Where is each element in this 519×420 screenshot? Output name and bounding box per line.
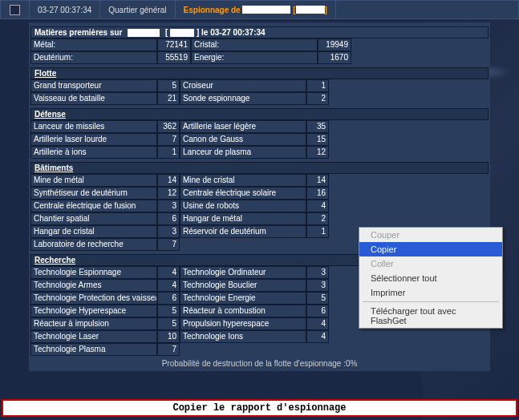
item-value: 7: [157, 238, 180, 251]
energy-value: 1670: [318, 51, 351, 64]
item-label: Technologie Protection des vaisseaux spa…: [30, 292, 157, 305]
redacted-planet: [128, 29, 160, 37]
item-label: Technologie Hyperespace: [30, 305, 157, 317]
item-label: Technologie Ordinateur: [180, 266, 306, 279]
data-row: Chantier spatial6Hangar de métal2: [30, 212, 489, 225]
data-row: Mine de métal14Mine de cristal14: [30, 174, 489, 187]
ctx-paste: Coller: [359, 256, 502, 271]
data-row: Technologie Laser10Technologie Ions4: [30, 330, 489, 343]
redacted-player: [242, 6, 290, 14]
data-row: Artillerie à ions1Lanceur de plasma12: [30, 146, 489, 159]
item-label: Lanceur de missiles: [30, 120, 157, 133]
destruction-probability: Probabilité de destruction de la flotte …: [30, 356, 489, 370]
crystal-label: Cristal:: [191, 38, 318, 51]
item-label: Technologie Espionnage: [30, 266, 157, 279]
ctx-copy[interactable]: Copier: [359, 242, 502, 256]
item-label: Lanceur de plasma: [180, 146, 306, 159]
select-checkbox-cell[interactable]: [1, 1, 30, 18]
item-label: Usine de robots: [180, 200, 306, 212]
item-label: Propulsion hyperespace: [180, 317, 306, 330]
item-label: Mine de métal: [30, 174, 157, 187]
item-label: Centrale électrique solaire: [180, 187, 306, 200]
item-value: 21: [157, 92, 180, 105]
section-fleet: Flotte: [30, 67, 489, 79]
item-value: 4: [306, 200, 329, 212]
redacted-coords: [296, 6, 325, 14]
item-label: Technologie Bouclier: [180, 279, 306, 292]
item-value: 7: [157, 133, 180, 146]
item-label: Artillerie laser lourde: [30, 133, 157, 146]
item-label: Vaisseau de bataille: [30, 92, 157, 105]
item-value: 1: [306, 79, 329, 92]
deut-label: Deutérium:: [30, 51, 157, 64]
item-value: 362: [157, 120, 180, 133]
item-value: 4: [306, 330, 329, 343]
item-label: Grand transporteur: [30, 79, 157, 92]
item-value: 1: [157, 146, 180, 159]
deut-value: 55519: [157, 51, 191, 64]
item-label: Hangar de métal: [180, 212, 306, 225]
report-header: Matières premières sur [ ] le 03-27 00:3…: [30, 26, 489, 38]
item-value: 2: [306, 212, 329, 225]
energy-label: Energie:: [191, 51, 318, 64]
item-label: Synthétiseur de deutérium: [30, 187, 157, 200]
item-value: 6: [157, 212, 180, 225]
item-label: Artillerie laser légère: [180, 120, 306, 133]
item-label: Technologie Ions: [180, 330, 306, 343]
section-defense: Défense: [30, 108, 489, 120]
item-label: Réacteur à impulsion: [30, 317, 157, 330]
item-value: 12: [157, 187, 180, 200]
checkbox-icon[interactable]: [10, 5, 20, 15]
item-label: Technologie Plasma: [30, 343, 157, 356]
item-label: Hangar de cristal: [30, 225, 157, 238]
item-value: 2: [306, 92, 329, 105]
item-value: 6: [157, 292, 180, 305]
crystal-value: 19949: [318, 38, 351, 51]
item-value: 6: [306, 305, 329, 317]
location-label: Quartier général: [100, 1, 175, 18]
section-buildings: Bâtiments: [30, 162, 489, 174]
ctx-select-all[interactable]: Sélectionner tout: [359, 271, 502, 285]
item-value: 12: [306, 146, 329, 159]
item-value: 15: [306, 133, 329, 146]
ctx-print[interactable]: Imprimer: [359, 285, 502, 300]
item-value: 35: [306, 120, 329, 133]
ctx-cut: Couper: [359, 228, 502, 242]
item-value: 14: [157, 174, 180, 187]
item-label: Technologie Armes: [30, 279, 157, 292]
spy-title: Espionnage de [ ]: [176, 1, 336, 18]
item-label: Centrale électrique de fusion: [30, 200, 157, 212]
data-row: Grand transporteur5Croiseur1: [30, 79, 489, 92]
item-label: Canon de Gauss: [180, 133, 306, 146]
item-label: Mine de cristal: [180, 174, 306, 187]
bracket: ]: [325, 6, 327, 14]
ctx-separator: [363, 301, 499, 302]
hdr-prefix: Matières premières sur: [34, 28, 123, 37]
item-value: 1: [306, 225, 329, 238]
item-label: Croiseur: [180, 79, 306, 92]
resource-row: Deutérium: 55519 Energie: 1670: [30, 51, 489, 64]
item-label: Sonde espionnage: [180, 92, 306, 105]
resource-row: Métal: 72141 Cristal: 19949: [30, 38, 489, 51]
message-header-bar: 03-27 00:37:34 Quartier général Espionna…: [0, 0, 519, 19]
item-value: 3: [157, 225, 180, 238]
context-menu: Couper Copier Coller Sélectionner tout I…: [359, 227, 503, 329]
hdr-bracket: [: [165, 28, 168, 37]
item-value: 4: [157, 279, 180, 292]
copy-report-button[interactable]: Copier le rapport d'espionnage: [2, 399, 517, 417]
item-value: 3: [306, 279, 329, 292]
item-label: Artillerie à ions: [30, 146, 157, 159]
spy-prefix: Espionnage de: [184, 6, 241, 14]
item-value: 5: [306, 292, 329, 305]
data-row: Centrale électrique de fusion3Usine de r…: [30, 200, 489, 212]
item-value: 3: [157, 200, 180, 212]
ctx-flashget[interactable]: Télécharger tout avec FlashGet: [359, 304, 502, 328]
redacted-coords2: [170, 29, 194, 37]
data-row: Technologie Plasma7: [30, 343, 489, 356]
hdr-suffix: ] le 03-27 00:37:34: [197, 28, 266, 37]
metal-value: 72141: [157, 38, 191, 51]
item-label: Réservoir de deutérium: [180, 225, 306, 238]
item-value: 4: [157, 266, 180, 279]
data-row: Lanceur de missiles362Artillerie laser l…: [30, 120, 489, 133]
data-row: Vaisseau de bataille21Sonde espionnage2: [30, 92, 489, 105]
